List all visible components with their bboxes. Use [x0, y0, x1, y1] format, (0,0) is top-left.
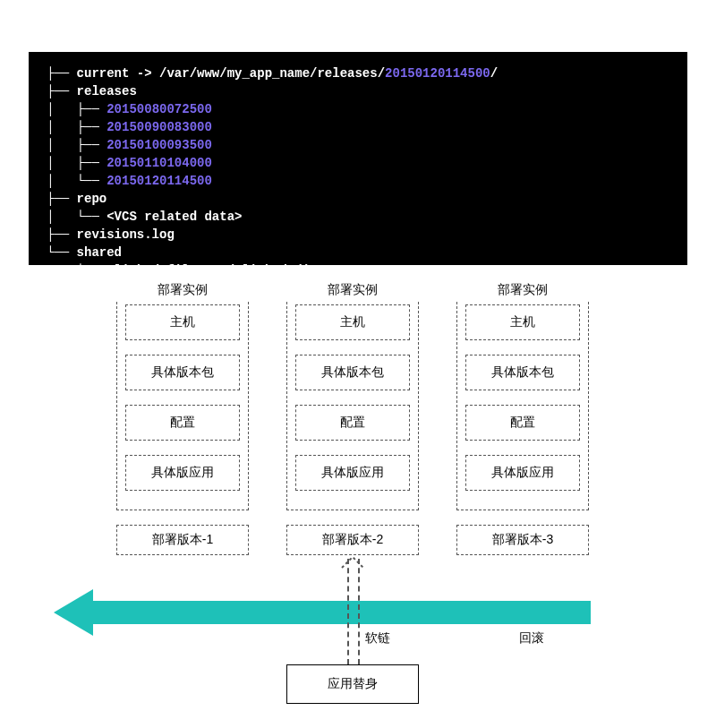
release-entry: 20150100093500	[107, 138, 212, 152]
rollback-arrow-body	[93, 601, 591, 624]
config-box: 配置	[465, 405, 580, 441]
instance-title: 部署实例	[456, 279, 589, 301]
softlink-arrowhead-icon	[340, 555, 365, 570]
instance-title: 部署实例	[286, 279, 419, 301]
softlink-line	[358, 559, 360, 664]
version-label-3: 部署版本-3	[456, 525, 589, 555]
package-box: 具体版本包	[295, 355, 410, 390]
repo-dir: repo	[77, 192, 107, 206]
release-entry: 20150120114500	[107, 174, 212, 188]
app-box: 具体版应用	[125, 455, 240, 491]
version-label-2: 部署版本-2	[286, 525, 419, 555]
repo-note: <VCS related data>	[107, 210, 242, 224]
softlink-label: 软链	[365, 630, 390, 647]
config-box: 配置	[295, 405, 410, 441]
package-box: 具体版本包	[125, 355, 240, 390]
release-entry: 20150080072500	[107, 102, 212, 116]
app-box: 具体版应用	[465, 455, 580, 491]
shared-note: <linked_files and linked_dirs>	[107, 263, 332, 278]
revisions-file: revisions.log	[77, 227, 175, 242]
package-box: 具体版本包	[465, 355, 580, 390]
host-box: 主机	[465, 304, 580, 340]
config-box: 配置	[125, 405, 240, 441]
rollback-arrow-head	[54, 589, 93, 636]
app-box: 具体版应用	[295, 455, 410, 491]
softlink-line	[347, 559, 349, 664]
releases-dir: releases	[77, 84, 137, 98]
release-entry: 20150090083000	[107, 120, 212, 134]
rollback-label: 回滚	[519, 630, 544, 647]
current-symlink: current ->	[77, 66, 159, 81]
release-entry: 20150110104000	[107, 156, 212, 170]
version-label-1: 部署版本-1	[116, 525, 249, 555]
app-stub-box: 应用替身	[286, 664, 419, 704]
host-box: 主机	[125, 304, 240, 340]
host-box: 主机	[295, 304, 410, 340]
terminal-block: ├── current -> /var/www/my_app_name/rele…	[29, 52, 687, 265]
shared-dir: shared	[77, 245, 122, 260]
instance-title: 部署实例	[116, 279, 249, 301]
